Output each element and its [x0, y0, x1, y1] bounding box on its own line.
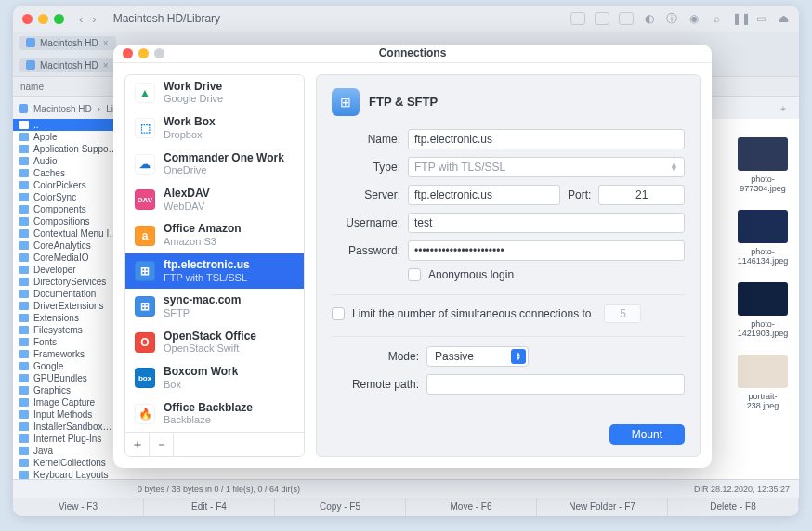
binoculars-icon[interactable]: ⌕ [710, 12, 723, 25]
tree-row[interactable]: Keyboard Layouts [13, 469, 132, 479]
tree-label: Documentation [33, 289, 96, 299]
breadcrumb-root[interactable]: Macintosh HD [33, 104, 92, 114]
port-input[interactable] [598, 185, 685, 205]
close-icon[interactable] [123, 48, 133, 58]
connection-item[interactable]: aOffice AmazonAmazon S3 [125, 217, 304, 253]
preview-icon[interactable]: ◉ [688, 12, 701, 25]
tree-label: Fonts [33, 337, 57, 347]
fn-button[interactable]: Copy - F5 [275, 498, 406, 516]
back-button[interactable]: ‹ [75, 12, 86, 26]
connection-icon: ☁ [135, 154, 155, 175]
folder-icon [19, 434, 29, 443]
tree-label: Apple [33, 132, 58, 142]
connections-sidebar: ▲Work DriveGoogle Drive⬚Work BoxDropbox☁… [124, 74, 305, 457]
tree-label: Extensions [33, 313, 79, 323]
connection-name: Office Backblaze [164, 402, 253, 415]
folder-icon [19, 422, 29, 431]
thumbnail[interactable]: photo-1146134.jpeg [736, 210, 790, 266]
type-select[interactable]: FTP with TLS/SSL ▲▼ [408, 157, 685, 177]
connection-item[interactable]: 🔥Office BackblazeBackblaze [125, 396, 304, 432]
folder-icon [19, 459, 29, 467]
minimize-icon[interactable] [38, 14, 48, 24]
connection-item[interactable]: ☁Commander One WorkOneDrive [125, 147, 304, 182]
connection-icon: ⊞ [135, 296, 155, 317]
connection-item[interactable]: ⊞ftp.electronic.usFTP with TSL/SSL [125, 253, 304, 289]
connection-icon: ⬚ [135, 118, 155, 138]
add-tab-button[interactable]: ＋ [773, 102, 793, 115]
password-input[interactable] [408, 240, 685, 261]
connection-item[interactable]: ⊞sync-mac.comSFTP [125, 289, 304, 324]
bg-path: Macintosh HD/Library [113, 12, 220, 25]
tree-label: Application Suppo… [33, 144, 118, 154]
tree-label: Filesystems [33, 325, 83, 335]
queue-icon[interactable]: ❚❚ [732, 12, 745, 25]
add-connection-button[interactable]: ＋ [125, 433, 150, 456]
toggle-icon[interactable]: ◐ [643, 12, 656, 25]
server-input[interactable] [408, 185, 560, 205]
bg-traffic-lights [22, 14, 64, 24]
connection-item[interactable]: ⬚Work BoxDropbox [125, 110, 304, 146]
connection-subtitle: SFTP [164, 307, 241, 319]
fn-button[interactable]: New Folder - F7 [537, 498, 668, 516]
tree-label: CoreMediaIO [33, 253, 88, 263]
connection-subtitle: Box [164, 379, 238, 391]
remote-path-input[interactable] [426, 374, 685, 395]
connection-name: Work Drive [164, 81, 223, 94]
terminal-icon[interactable]: ▭ [754, 12, 767, 25]
label-name: Name: [332, 133, 400, 146]
connection-item[interactable]: DAVAlexDAVWebDAV [125, 182, 304, 217]
folder-icon [19, 266, 29, 274]
folder-icon [19, 386, 29, 395]
tree-label: Caches [33, 168, 65, 178]
type-value: FTP with TLS/SSL [414, 161, 505, 174]
username-input[interactable] [408, 213, 685, 233]
forward-button[interactable]: › [88, 12, 99, 26]
limit-checkbox[interactable] [332, 307, 345, 320]
tree-label: Google [33, 361, 63, 371]
image-icon [738, 210, 788, 243]
zoom-icon[interactable] [54, 14, 64, 24]
anonymous-checkbox[interactable] [408, 268, 421, 281]
connection-item[interactable]: OOpenStack OfficeOpenStack Swift [125, 325, 304, 360]
fn-button[interactable]: View - F3 [13, 498, 144, 516]
connection-item[interactable]: boxBoxcom WorkBox [125, 360, 304, 395]
thumbnail-label: photo-1421903.jpeg [736, 319, 790, 338]
fn-button[interactable]: Move - F6 [406, 498, 537, 516]
remove-connection-button[interactable]: － [150, 433, 174, 456]
thumbnail[interactable]: portrait-238.jpeg [736, 355, 790, 410]
label-anonymous: Anonymous login [428, 268, 514, 281]
mode-select[interactable]: Passive ▲▼ [426, 346, 529, 367]
thumbnail-label: photo-1146134.jpeg [736, 247, 790, 266]
close-tab-icon[interactable]: × [103, 60, 109, 71]
connections-modal: Connections ▲Work DriveGoogle Drive⬚Work… [113, 45, 712, 468]
view-list-icon[interactable] [570, 12, 585, 25]
close-tab-icon[interactable]: × [103, 38, 109, 48]
fn-button[interactable]: Delete - F8 [668, 498, 799, 516]
info-icon[interactable]: ⓘ [665, 11, 678, 27]
folder-icon [19, 362, 29, 370]
eject-icon[interactable]: ⏏ [777, 12, 790, 25]
thumbnail[interactable]: photo-1421903.jpeg [736, 282, 790, 338]
bg-nav: ‹ › [75, 12, 100, 26]
view-columns-icon[interactable] [619, 12, 634, 25]
close-icon[interactable] [22, 14, 33, 24]
limit-number-input [604, 304, 641, 323]
folder-icon [19, 471, 29, 479]
folder-icon [19, 338, 29, 346]
view-grid-icon[interactable] [595, 12, 609, 25]
fn-bar: View - F3Edit - F4Copy - F5Move - F6New … [13, 498, 799, 516]
mount-button[interactable]: Mount [609, 424, 685, 445]
connection-item[interactable]: ▲Work DriveGoogle Drive [125, 75, 304, 110]
minimize-icon[interactable] [138, 48, 149, 58]
divider [332, 336, 685, 337]
thumbnail[interactable]: photo-977304.jpeg [736, 137, 790, 193]
fn-button[interactable]: Edit - F4 [144, 498, 275, 516]
connection-subtitle: OpenStack Swift [164, 343, 256, 355]
connections-list[interactable]: ▲Work DriveGoogle Drive⬚Work BoxDropbox☁… [125, 75, 304, 432]
modal-title: Connections [379, 46, 447, 59]
tree-label: ColorSync [33, 192, 76, 202]
bg-tab[interactable]: Macintosh HD× [19, 58, 116, 72]
name-input[interactable] [408, 129, 685, 149]
connection-icon: 🔥 [135, 404, 155, 424]
bg-tab[interactable]: Macintosh HD× [19, 36, 116, 50]
